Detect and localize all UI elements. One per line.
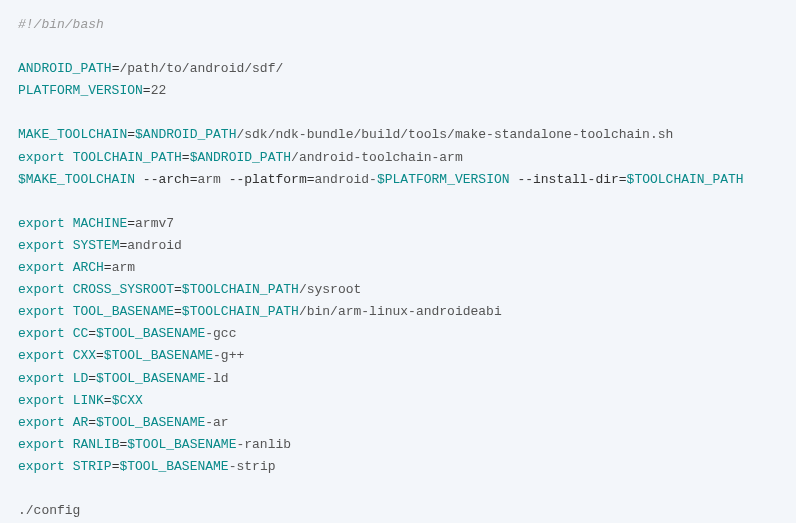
var-ld: LD xyxy=(73,371,89,386)
var-system: SYSTEM xyxy=(73,238,120,253)
var-arch: ARCH xyxy=(73,260,104,275)
var-ar: AR xyxy=(73,415,89,430)
var-cc: CC xyxy=(73,326,89,341)
var-tool-basename: TOOL_BASENAME xyxy=(73,304,174,319)
var-make-toolchain: MAKE_TOOLCHAIN xyxy=(18,127,127,142)
cmd-config: ./config xyxy=(18,503,80,518)
var-machine: MACHINE xyxy=(73,216,128,231)
invoke-make-toolchain: $MAKE_TOOLCHAIN xyxy=(18,172,135,187)
shebang-line: #!/bin/bash xyxy=(18,17,104,32)
var-toolchain-path: TOOLCHAIN_PATH xyxy=(73,150,182,165)
var-cross-sysroot: CROSS_SYSROOT xyxy=(73,282,174,297)
var-link: LINK xyxy=(73,393,104,408)
var-platform-version: PLATFORM_VERSION xyxy=(18,83,143,98)
code-block: #!/bin/bash ANDROID_PATH=/path/to/androi… xyxy=(18,14,778,523)
var-ranlib: RANLIB xyxy=(73,437,120,452)
var-cxx: CXX xyxy=(73,348,96,363)
var-android-path: ANDROID_PATH xyxy=(18,61,112,76)
var-strip: STRIP xyxy=(73,459,112,474)
